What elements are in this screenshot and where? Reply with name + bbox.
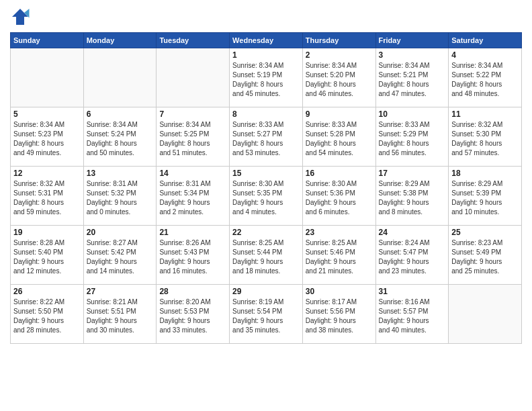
calendar-cell: 31Sunrise: 8:16 AMSunset: 5:57 PMDayligh… — [375, 285, 449, 344]
calendar-cell: 29Sunrise: 8:19 AMSunset: 5:54 PMDayligh… — [230, 285, 303, 344]
col-header-wednesday: Wednesday — [230, 33, 303, 48]
day-number: 28 — [159, 287, 226, 296]
day-info: Sunrise: 8:25 AMSunset: 5:44 PMDaylight:… — [232, 238, 300, 276]
day-number: 1 — [232, 50, 300, 60]
day-number: 7 — [159, 109, 226, 119]
day-number: 13 — [87, 169, 154, 178]
day-info: Sunrise: 8:34 AMSunset: 5:19 PMDaylight:… — [232, 61, 300, 99]
calendar-cell: 30Sunrise: 8:17 AMSunset: 5:56 PMDayligh… — [302, 285, 375, 344]
day-info: Sunrise: 8:28 AMSunset: 5:40 PMDaylight:… — [13, 238, 81, 276]
day-info: Sunrise: 8:33 AMSunset: 5:29 PMDaylight:… — [379, 120, 446, 158]
svg-marker-0 — [12, 9, 28, 25]
calendar-cell: 18Sunrise: 8:29 AMSunset: 5:39 PMDayligh… — [449, 167, 522, 226]
day-number: 9 — [306, 109, 373, 119]
calendar-cell: 15Sunrise: 8:30 AMSunset: 5:35 PMDayligh… — [230, 167, 303, 226]
day-number: 8 — [232, 109, 300, 119]
calendar-cell: 10Sunrise: 8:33 AMSunset: 5:29 PMDayligh… — [375, 107, 449, 167]
day-number: 29 — [232, 287, 300, 296]
day-number: 20 — [87, 228, 154, 237]
calendar-cell: 2Sunrise: 8:34 AMSunset: 5:20 PMDaylight… — [302, 48, 375, 107]
calendar-cell — [83, 48, 157, 107]
calendar-cell: 28Sunrise: 8:20 AMSunset: 5:53 PMDayligh… — [157, 285, 230, 344]
day-info: Sunrise: 8:17 AMSunset: 5:56 PMDaylight:… — [306, 298, 373, 335]
calendar-cell: 22Sunrise: 8:25 AMSunset: 5:44 PMDayligh… — [230, 226, 303, 285]
day-number: 19 — [13, 228, 81, 237]
day-info: Sunrise: 8:31 AMSunset: 5:32 PMDaylight:… — [87, 179, 154, 217]
logo-icon — [10, 7, 30, 27]
calendar-cell: 26Sunrise: 8:22 AMSunset: 5:50 PMDayligh… — [11, 285, 84, 344]
day-info: Sunrise: 8:33 AMSunset: 5:27 PMDaylight:… — [232, 120, 300, 158]
calendar-week-row: 19Sunrise: 8:28 AMSunset: 5:40 PMDayligh… — [11, 226, 522, 285]
day-info: Sunrise: 8:34 AMSunset: 5:20 PMDaylight:… — [306, 61, 373, 99]
calendar-cell: 5Sunrise: 8:34 AMSunset: 5:23 PMDaylight… — [11, 107, 84, 167]
day-info: Sunrise: 8:16 AMSunset: 5:57 PMDaylight:… — [379, 298, 446, 335]
calendar-cell: 17Sunrise: 8:29 AMSunset: 5:38 PMDayligh… — [375, 167, 449, 226]
calendar-cell: 3Sunrise: 8:34 AMSunset: 5:21 PMDaylight… — [375, 48, 449, 107]
day-info: Sunrise: 8:21 AMSunset: 5:51 PMDaylight:… — [87, 298, 154, 335]
page-header — [10, 7, 522, 27]
day-info: Sunrise: 8:24 AMSunset: 5:47 PMDaylight:… — [379, 238, 446, 276]
calendar-cell: 9Sunrise: 8:33 AMSunset: 5:28 PMDaylight… — [302, 107, 375, 167]
day-number: 16 — [306, 169, 373, 178]
calendar-cell: 6Sunrise: 8:34 AMSunset: 5:24 PMDaylight… — [83, 107, 157, 167]
day-number: 2 — [306, 50, 373, 60]
day-info: Sunrise: 8:30 AMSunset: 5:35 PMDaylight:… — [232, 179, 300, 217]
calendar-header-row: SundayMondayTuesdayWednesdayThursdayFrid… — [11, 33, 522, 48]
day-info: Sunrise: 8:27 AMSunset: 5:42 PMDaylight:… — [87, 238, 154, 276]
day-number: 22 — [232, 228, 300, 237]
day-number: 23 — [306, 228, 373, 237]
day-info: Sunrise: 8:22 AMSunset: 5:50 PMDaylight:… — [13, 298, 81, 335]
day-number: 17 — [379, 169, 446, 178]
day-number: 10 — [379, 109, 446, 119]
col-header-monday: Monday — [83, 33, 157, 48]
day-number: 4 — [451, 50, 519, 60]
day-number: 3 — [379, 50, 446, 60]
col-header-saturday: Saturday — [449, 33, 522, 48]
day-number: 12 — [13, 169, 81, 178]
calendar-cell — [449, 285, 522, 344]
calendar-cell: 21Sunrise: 8:26 AMSunset: 5:43 PMDayligh… — [157, 226, 230, 285]
day-number: 18 — [451, 169, 519, 178]
day-info: Sunrise: 8:29 AMSunset: 5:38 PMDaylight:… — [379, 179, 446, 217]
day-number: 24 — [379, 228, 446, 237]
col-header-sunday: Sunday — [11, 33, 84, 48]
day-number: 14 — [159, 169, 226, 178]
day-info: Sunrise: 8:34 AMSunset: 5:23 PMDaylight:… — [13, 120, 81, 158]
day-number: 30 — [306, 287, 373, 296]
day-number: 6 — [87, 109, 154, 119]
day-info: Sunrise: 8:34 AMSunset: 5:24 PMDaylight:… — [87, 120, 154, 158]
day-info: Sunrise: 8:34 AMSunset: 5:25 PMDaylight:… — [159, 120, 226, 158]
day-number: 15 — [232, 169, 300, 178]
day-number: 25 — [451, 228, 519, 237]
col-header-friday: Friday — [375, 33, 449, 48]
calendar-cell: 12Sunrise: 8:32 AMSunset: 5:31 PMDayligh… — [11, 167, 84, 226]
calendar-cell: 13Sunrise: 8:31 AMSunset: 5:32 PMDayligh… — [83, 167, 157, 226]
day-info: Sunrise: 8:32 AMSunset: 5:31 PMDaylight:… — [13, 179, 81, 217]
calendar-cell — [157, 48, 230, 107]
calendar-cell: 20Sunrise: 8:27 AMSunset: 5:42 PMDayligh… — [83, 226, 157, 285]
calendar-cell: 4Sunrise: 8:34 AMSunset: 5:22 PMDaylight… — [449, 48, 522, 107]
calendar-cell: 19Sunrise: 8:28 AMSunset: 5:40 PMDayligh… — [11, 226, 84, 285]
calendar-cell: 1Sunrise: 8:34 AMSunset: 5:19 PMDaylight… — [230, 48, 303, 107]
calendar-cell — [11, 48, 84, 107]
calendar-cell: 23Sunrise: 8:25 AMSunset: 5:46 PMDayligh… — [302, 226, 375, 285]
day-info: Sunrise: 8:31 AMSunset: 5:34 PMDaylight:… — [159, 179, 226, 217]
day-info: Sunrise: 8:34 AMSunset: 5:22 PMDaylight:… — [451, 61, 519, 99]
calendar-cell: 14Sunrise: 8:31 AMSunset: 5:34 PMDayligh… — [157, 167, 230, 226]
day-number: 27 — [87, 287, 154, 296]
day-info: Sunrise: 8:23 AMSunset: 5:49 PMDaylight:… — [451, 238, 519, 276]
calendar-cell: 25Sunrise: 8:23 AMSunset: 5:49 PMDayligh… — [449, 226, 522, 285]
day-info: Sunrise: 8:33 AMSunset: 5:28 PMDaylight:… — [306, 120, 373, 158]
calendar-week-row: 12Sunrise: 8:32 AMSunset: 5:31 PMDayligh… — [11, 167, 522, 226]
calendar-cell: 24Sunrise: 8:24 AMSunset: 5:47 PMDayligh… — [375, 226, 449, 285]
col-header-tuesday: Tuesday — [157, 33, 230, 48]
day-info: Sunrise: 8:25 AMSunset: 5:46 PMDaylight:… — [306, 238, 373, 276]
calendar-cell: 16Sunrise: 8:30 AMSunset: 5:36 PMDayligh… — [302, 167, 375, 226]
calendar-week-row: 26Sunrise: 8:22 AMSunset: 5:50 PMDayligh… — [11, 285, 522, 344]
calendar-cell: 27Sunrise: 8:21 AMSunset: 5:51 PMDayligh… — [83, 285, 157, 344]
calendar-week-row: 1Sunrise: 8:34 AMSunset: 5:19 PMDaylight… — [11, 48, 522, 107]
day-number: 5 — [13, 109, 81, 119]
calendar-cell: 7Sunrise: 8:34 AMSunset: 5:25 PMDaylight… — [157, 107, 230, 167]
day-info: Sunrise: 8:32 AMSunset: 5:30 PMDaylight:… — [451, 120, 519, 158]
day-number: 11 — [451, 109, 519, 119]
